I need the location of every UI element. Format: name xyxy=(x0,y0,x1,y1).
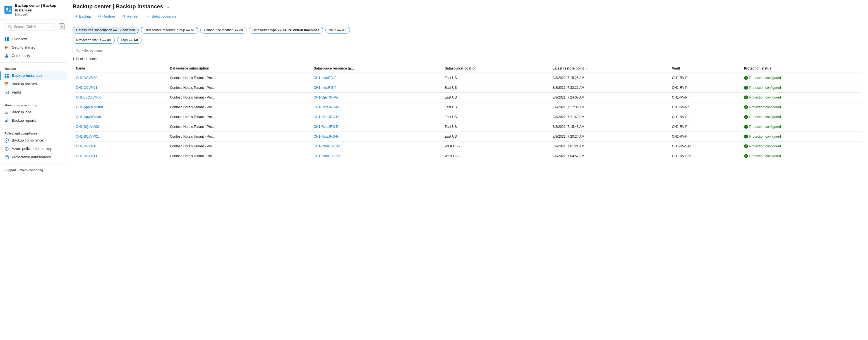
filter-datasource-subscription[interactable]: Datasource subscription == 12 selected xyxy=(72,27,139,33)
svg-rect-23 xyxy=(7,119,8,122)
resource-group-link-6[interactable]: CH1-RetailRG-Pri xyxy=(314,134,340,138)
svg-rect-21 xyxy=(5,121,6,122)
col-header-resource-group: Datasource resource gr... xyxy=(310,64,441,73)
sidebar-item-overview[interactable]: Overview xyxy=(0,35,67,43)
sidebar-item-getting-started[interactable]: Getting started xyxy=(0,43,67,52)
resource-group-link-4[interactable]: CH1-RetailRG-Pri xyxy=(314,115,340,119)
resource-group-link-2[interactable]: CH1-OpsRG-Pri xyxy=(314,95,338,99)
protectable-icon xyxy=(4,155,9,159)
search-input[interactable] xyxy=(14,25,52,29)
filter-protection-status[interactable]: Protection status == All xyxy=(72,37,115,43)
filter-by-name-input[interactable] xyxy=(82,49,153,53)
search-box[interactable]: 🔍 xyxy=(6,23,55,30)
sidebar-item-azure-policies[interactable]: A Azure policies for backup xyxy=(0,145,67,153)
sidebar-item-backup-policies[interactable]: Backup policies xyxy=(0,80,67,88)
col-name-label: Name xyxy=(76,66,85,70)
filter-datasource-resource-group[interactable]: Datasource resource group == All xyxy=(141,27,198,33)
backup-button[interactable]: + Backup xyxy=(72,12,94,20)
status-text-7: Protection configured xyxy=(749,144,781,148)
name-link-2[interactable]: CH1-JBOXVM00 xyxy=(76,95,101,99)
app-subtitle: Microsoft xyxy=(15,13,62,16)
select-columns-icon: → xyxy=(146,14,150,19)
status-dot-2: ✓ xyxy=(744,95,748,99)
name-link-3[interactable]: CH1-AppBEVM00 xyxy=(76,105,103,109)
sidebar-item-backup-reports[interactable]: Backup reports xyxy=(0,116,67,125)
name-link-7[interactable]: CH1-DCVM10 xyxy=(76,144,97,148)
name-link-8[interactable]: CH1-DCVM11 xyxy=(76,154,97,158)
cell-resource-group-2: CH1-OpsRG-Pri xyxy=(310,93,441,102)
status-text-2: Protection configured xyxy=(749,95,781,99)
sidebar-item-community-label: Community xyxy=(12,54,30,58)
name-sort-icon[interactable]: ↑↓ xyxy=(87,67,90,70)
community-icon xyxy=(4,54,9,58)
app-title-block: Backup center | Backup instances Microso… xyxy=(15,3,62,16)
name-link-1[interactable]: CH1-DCVM01 xyxy=(76,86,97,90)
cell-resource-group-8: CH1-InfraRG-Sec xyxy=(310,151,441,161)
refresh-button[interactable]: ↻ Refresh xyxy=(119,12,142,20)
sidebar-item-backup-instances[interactable]: Backup instances xyxy=(0,71,67,80)
filter-row-2: Protection status == All Tags == All xyxy=(72,37,862,43)
col-header-restore-point[interactable]: Latest restore point ↑↓ xyxy=(549,64,669,73)
filter-datasource-location[interactable]: Datasource location == All xyxy=(200,27,246,33)
svg-rect-22 xyxy=(6,120,7,122)
filter-by-name-box[interactable]: 🔍 xyxy=(72,47,156,54)
resource-group-link-3[interactable]: CH1-RetailRG-Pri xyxy=(314,105,340,109)
sidebar-item-vaults-label: Vaults xyxy=(12,90,22,94)
cell-subscription-3: Contoso Hotels Tenant - Pro... xyxy=(166,102,310,112)
name-link-5[interactable]: CH1-SQLVM00 xyxy=(76,125,99,129)
collapse-button[interactable]: « xyxy=(59,24,64,30)
col-header-name[interactable]: Name ↑↓ xyxy=(72,64,166,73)
restore-point-sort-icon[interactable]: ↑↓ xyxy=(586,67,589,70)
resource-group-link-1[interactable]: CH1-InfraRG-Pri xyxy=(314,86,339,90)
cell-name-3: CH1-AppBEVM00 xyxy=(72,102,166,112)
cell-resource-group-3: CH1-RetailRG-Pri xyxy=(310,102,441,112)
sidebar-item-backup-jobs[interactable]: Backup jobs xyxy=(0,108,67,116)
name-link-0[interactable]: CH1-DCVM00 xyxy=(76,76,97,80)
svg-point-9 xyxy=(6,54,7,56)
cell-status-0: ✓ Protection configured xyxy=(741,73,862,83)
status-dot-7: ✓ xyxy=(744,144,748,148)
name-link-4[interactable]: CH1-AppBEVM01 xyxy=(76,115,103,119)
cell-status-7: ✓ Protection configured xyxy=(741,142,862,151)
sidebar-item-backup-compliance[interactable]: Backup compliance xyxy=(0,136,67,145)
sidebar-item-getting-started-label: Getting started xyxy=(12,45,35,50)
cell-restore-point-3: 3/8/2021, 7:17:39 AM xyxy=(549,102,669,112)
cell-vault-7: CH1-RV-Sec xyxy=(669,142,741,151)
restore-button[interactable]: ↺ Restore xyxy=(95,12,118,20)
cell-status-4: ✓ Protection configured xyxy=(741,112,862,122)
svg-rect-12 xyxy=(5,76,6,78)
nav-main: Overview Getting started Community xyxy=(0,34,67,61)
resource-group-link-5[interactable]: CH1-RetailRG-Pri xyxy=(314,125,340,129)
resource-group-link-0[interactable]: CH1-InfraRG-Pri xyxy=(314,76,339,80)
select-columns-button[interactable]: → Select columns xyxy=(144,12,179,20)
cell-vault-4: CH1-RV-Pri xyxy=(669,112,741,122)
sidebar: Backup center | Backup instances Microso… xyxy=(0,0,67,340)
cell-resource-group-7: CH1-InfraRG-Sec xyxy=(310,142,441,151)
table-row: CH1-SQLVM00 Contoso Hotels Tenant - Pro.… xyxy=(72,122,862,132)
resource-group-link-7[interactable]: CH1-InfraRG-Sec xyxy=(314,144,340,148)
status-badge-2: ✓ Protection configured xyxy=(744,95,859,99)
resource-group-link-8[interactable]: CH1-InfraRG-Sec xyxy=(314,154,340,158)
filter-tags[interactable]: Tags == All xyxy=(117,37,141,43)
cell-location-7: West US 2 xyxy=(441,142,549,151)
svg-rect-26 xyxy=(5,156,8,159)
restore-label: Restore xyxy=(103,14,116,19)
table-row: CH1-DCVM01 Contoso Hotels Tenant - Pro..… xyxy=(72,83,862,93)
cell-status-6: ✓ Protection configured xyxy=(741,132,862,142)
cell-vault-6: CH1-RV-Pri xyxy=(669,132,741,142)
cell-location-0: East US xyxy=(441,73,549,83)
filter-vault[interactable]: Vault == All xyxy=(326,27,350,33)
sidebar-item-vaults[interactable]: Vaults xyxy=(0,88,67,97)
filter-datasource-type[interactable]: Datasource type == Azure Virtual machine… xyxy=(249,27,323,33)
search-row: 🔍 « xyxy=(0,20,67,34)
sidebar-item-protectable[interactable]: Protectable datasources xyxy=(0,153,67,161)
item-count: 1-11 of 11 items xyxy=(72,57,862,61)
nav-support: Support + troubleshooting xyxy=(0,165,67,174)
name-link-6[interactable]: CH1-SQLVM01 xyxy=(76,134,99,138)
svg-rect-7 xyxy=(7,39,9,41)
ellipsis-button[interactable]: ... xyxy=(165,4,169,9)
sidebar-item-protectable-label: Protectable datasources xyxy=(12,155,51,159)
policy-section-label: Policy and compliance xyxy=(0,129,67,136)
sidebar-item-community[interactable]: Community xyxy=(0,52,67,60)
table-row: CH1-DCVM10 Contoso Hotels Tenant - Pro..… xyxy=(72,142,862,151)
